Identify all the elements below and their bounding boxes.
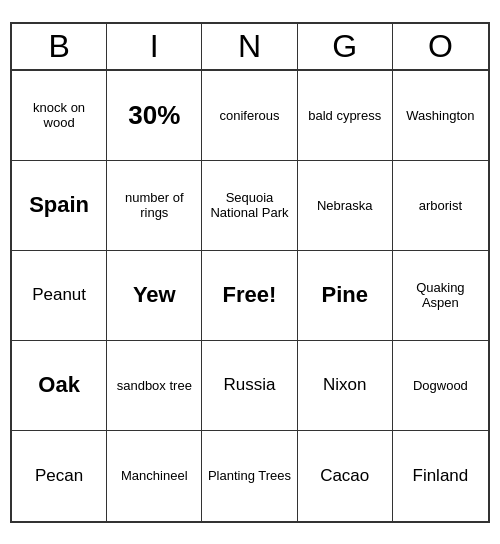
bingo-header: BINGO <box>12 24 488 71</box>
bingo-cell: Spain <box>12 161 107 251</box>
bingo-cell: number of rings <box>107 161 202 251</box>
bingo-cell: Finland <box>393 431 488 521</box>
bingo-cell: Oak <box>12 341 107 431</box>
header-letter: G <box>298 24 393 69</box>
bingo-cell: bald cypress <box>298 71 393 161</box>
bingo-cell: Manchineel <box>107 431 202 521</box>
bingo-cell: Planting Trees <box>202 431 297 521</box>
bingo-cell: Free! <box>202 251 297 341</box>
bingo-cell: Pine <box>298 251 393 341</box>
bingo-cell: Russia <box>202 341 297 431</box>
header-letter: B <box>12 24 107 69</box>
bingo-cell: Nixon <box>298 341 393 431</box>
bingo-cell: Sequoia National Park <box>202 161 297 251</box>
bingo-cell: Washington <box>393 71 488 161</box>
bingo-cell: Yew <box>107 251 202 341</box>
bingo-cell: coniferous <box>202 71 297 161</box>
bingo-cell: 30% <box>107 71 202 161</box>
header-letter: O <box>393 24 488 69</box>
bingo-cell: sandbox tree <box>107 341 202 431</box>
bingo-cell: Cacao <box>298 431 393 521</box>
bingo-cell: Nebraska <box>298 161 393 251</box>
header-letter: I <box>107 24 202 69</box>
bingo-cell: Dogwood <box>393 341 488 431</box>
bingo-cell: Quaking Aspen <box>393 251 488 341</box>
header-letter: N <box>202 24 297 69</box>
bingo-cell: Pecan <box>12 431 107 521</box>
bingo-grid: knock on wood30%coniferousbald cypressWa… <box>12 71 488 521</box>
bingo-cell: arborist <box>393 161 488 251</box>
bingo-card: BINGO knock on wood30%coniferousbald cyp… <box>10 22 490 523</box>
bingo-cell: Peanut <box>12 251 107 341</box>
bingo-cell: knock on wood <box>12 71 107 161</box>
